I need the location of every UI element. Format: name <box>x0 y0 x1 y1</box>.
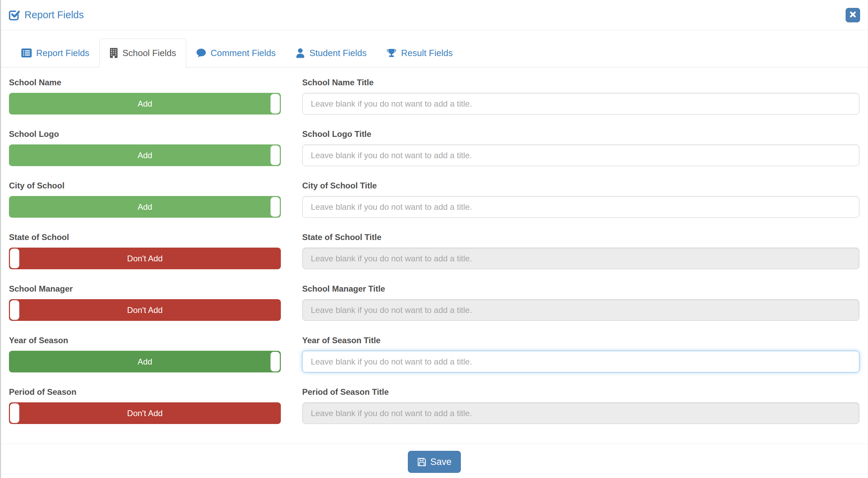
field-label-state-of-school: State of School <box>9 232 281 242</box>
check-square-icon <box>9 10 20 21</box>
tab-label: School Fields <box>123 48 176 58</box>
field-label-period-of-season: Period of Season <box>9 387 281 397</box>
toggle-handle[interactable] <box>271 145 280 165</box>
toggle-handle[interactable] <box>271 197 280 217</box>
toggle-state-label: Add <box>9 144 281 166</box>
tab-comment-fields[interactable]: Comment Fields <box>186 39 286 67</box>
toggle-state-label: Add <box>9 351 281 372</box>
toggle-handle[interactable] <box>10 403 19 423</box>
input-period-of-season-title[interactable] <box>302 402 859 424</box>
input-state-of-school-title[interactable] <box>302 248 859 269</box>
toggle-state-label: Add <box>9 196 281 218</box>
close-button[interactable] <box>846 8 860 22</box>
tab-report-fields[interactable]: Report Fields <box>11 39 99 67</box>
field-group-period-of-season-title: Period of Season Title <box>302 387 859 424</box>
field-group-school-logo: School Logo Add <box>9 129 281 166</box>
field-group-school-logo-title: School Logo Title <box>302 129 859 166</box>
toggle-state-label: Don't Add <box>9 248 281 269</box>
field-label-period-of-season-title: Period of Season Title <box>302 387 859 397</box>
tab-bar: Report Fields School Fields <box>1 39 868 67</box>
field-group-year-of-season-title: Year of Season Title <box>302 336 859 372</box>
toggle-handle[interactable] <box>10 300 19 320</box>
comment-icon <box>196 48 206 58</box>
field-label-school-logo: School Logo <box>9 129 281 139</box>
school-fields-form: School Name Add School Name Title School… <box>1 67 868 439</box>
toggle-state-label: Don't Add <box>9 402 281 424</box>
input-year-of-season-title[interactable] <box>302 351 859 372</box>
modal-title-text: Report Fields <box>24 9 84 21</box>
save-button-label: Save <box>430 457 452 467</box>
close-icon <box>849 11 857 19</box>
field-group-school-name: School Name Add <box>9 78 281 115</box>
toggle-state-of-school[interactable]: Don't Add <box>9 248 281 269</box>
field-group-school-manager: School Manager Don't Add <box>9 284 281 321</box>
trophy-icon <box>387 48 396 58</box>
toggle-city-of-school[interactable]: Add <box>9 196 281 218</box>
tab-label: Report Fields <box>36 48 89 58</box>
tab-label: Student Fields <box>309 48 367 58</box>
field-label-state-of-school-title: State of School Title <box>302 232 859 242</box>
field-group-state-of-school-title: State of School Title <box>302 232 859 269</box>
field-label-school-name: School Name <box>9 78 281 87</box>
toggle-year-of-season[interactable]: Add <box>9 351 281 372</box>
field-label-school-logo-title: School Logo Title <box>302 129 859 139</box>
toggle-period-of-season[interactable]: Don't Add <box>9 402 281 424</box>
tab-label: Result Fields <box>401 48 453 58</box>
modal-title: Report Fields <box>9 9 84 21</box>
toggle-state-label: Don't Add <box>9 299 281 321</box>
field-label-school-manager-title: School Manager Title <box>302 284 859 294</box>
field-group-period-of-season: Period of Season Don't Add <box>9 387 281 424</box>
toggle-handle[interactable] <box>271 352 280 371</box>
tab-label: Comment Fields <box>211 48 276 58</box>
floppy-disk-icon <box>417 457 426 467</box>
field-group-year-of-season: Year of Season Add <box>9 336 281 372</box>
input-school-logo-title[interactable] <box>302 144 859 166</box>
field-group-city-of-school-title: City of School Title <box>302 181 859 218</box>
modal-footer: Save <box>1 444 868 473</box>
list-alt-icon <box>21 48 32 57</box>
toggle-state-label: Add <box>9 93 281 115</box>
toggle-school-name[interactable]: Add <box>9 93 281 115</box>
field-group-school-name-title: School Name Title <box>302 78 859 115</box>
field-label-year-of-season: Year of Season <box>9 336 281 345</box>
report-fields-modal: Report Fields Report Fields <box>0 0 868 478</box>
tab-school-fields[interactable]: School Fields <box>99 39 186 67</box>
input-city-of-school-title[interactable] <box>302 196 859 218</box>
field-group-school-manager-title: School Manager Title <box>302 284 859 321</box>
user-icon <box>296 48 305 58</box>
field-label-school-manager: School Manager <box>9 284 281 294</box>
modal-header: Report Fields <box>1 0 868 30</box>
field-group-state-of-school: State of School Don't Add <box>9 232 281 269</box>
input-school-name-title[interactable] <box>302 93 859 115</box>
save-button[interactable]: Save <box>408 451 461 473</box>
tab-result-fields[interactable]: Result Fields <box>377 39 463 67</box>
field-label-city-of-school: City of School <box>9 181 281 191</box>
toggle-handle[interactable] <box>10 249 19 268</box>
input-school-manager-title[interactable] <box>302 299 859 321</box>
field-label-school-name-title: School Name Title <box>302 78 859 87</box>
field-label-city-of-school-title: City of School Title <box>302 181 859 191</box>
toggle-handle[interactable] <box>271 94 280 113</box>
tab-student-fields[interactable]: Student Fields <box>286 39 377 67</box>
field-group-city-of-school: City of School Add <box>9 181 281 218</box>
toggle-school-manager[interactable]: Don't Add <box>9 299 281 321</box>
building-icon <box>109 48 118 58</box>
toggle-school-logo[interactable]: Add <box>9 144 281 166</box>
field-label-year-of-season-title: Year of Season Title <box>302 336 859 345</box>
